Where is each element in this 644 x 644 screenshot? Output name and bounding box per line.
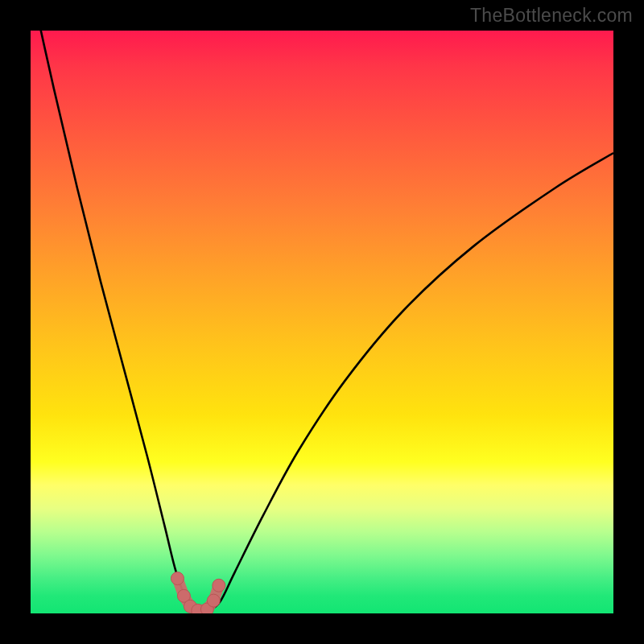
bottom-highlight-markers [171,572,225,613]
highlight-marker [213,579,225,592]
bottleneck-curve-path [31,31,613,612]
watermark-text: TheBottleneck.com [470,5,633,27]
highlight-marker [207,594,220,607]
highlight-marker [171,572,184,585]
bottleneck-curve [31,31,613,612]
plot-area [31,31,613,613]
curve-layer [31,31,613,613]
